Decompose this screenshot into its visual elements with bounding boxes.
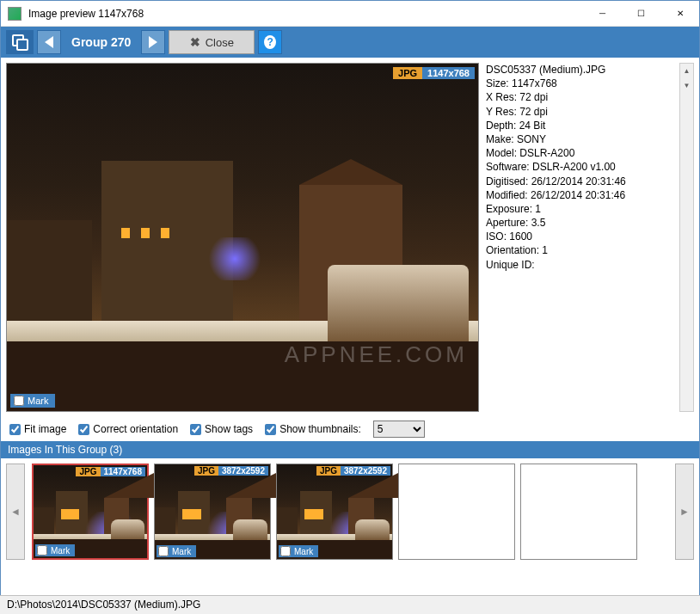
thumb-format-tag: JPG — [316, 466, 341, 476]
maximize-button[interactable]: ☐ — [622, 1, 660, 26]
toolbar: Group 270 ✖Close ? — [1, 27, 699, 58]
fit-image-label: Fit image — [24, 423, 66, 435]
show-thumbnails-label: Show thumbnails: — [279, 423, 361, 435]
close-button[interactable]: ✖Close — [169, 30, 255, 54]
window-title: Image preview 1147x768 — [28, 8, 583, 20]
thumbs-scroll-right[interactable]: ► — [675, 464, 694, 560]
show-tags-checkbox[interactable] — [190, 424, 201, 435]
show-thumbnails-option[interactable]: Show thumbnails: — [265, 423, 361, 435]
preview-panel: APPNEE.COM JPG 1147x768 Mark — [6, 63, 479, 412]
options-row: Fit image Correct orientation Show tags … — [1, 417, 699, 441]
meta-iso: ISO: 1600 — [486, 230, 670, 243]
scroll-up-icon[interactable]: ▲ — [680, 64, 693, 78]
thumb-mark-checkbox[interactable] — [280, 546, 291, 556]
thumbnail-item[interactable]: JPG3872x2592 Mark — [154, 464, 271, 560]
mark-label: Mark — [28, 396, 48, 406]
show-tags-option[interactable]: Show tags — [190, 423, 253, 435]
meta-yres: Y Res: 72 dpi — [486, 105, 670, 119]
fit-image-option[interactable]: Fit image — [9, 423, 66, 435]
format-tag: JPG — [393, 67, 422, 79]
close-label: Close — [206, 36, 234, 49]
thumb-dim-tag: 3872x2592 — [218, 466, 268, 476]
arrow-right-icon — [149, 36, 157, 48]
thumbnails-row: ◄ JPG1147x768 Mark JPG3872x2592 Mark JPG… — [1, 458, 699, 565]
thumb-mark-checkbox[interactable] — [37, 545, 47, 556]
thumb-mark-label: Mark — [51, 546, 70, 556]
thumbnail-empty — [398, 464, 515, 560]
help-button[interactable]: ? — [258, 30, 282, 54]
thumb-mark-toggle[interactable]: Mark — [279, 545, 318, 557]
thumb-mark-toggle[interactable]: Mark — [157, 545, 196, 557]
app-icon — [8, 7, 21, 21]
thumbnail-count-select[interactable]: 5 — [373, 421, 425, 438]
dimensions-tag: 1147x768 — [422, 67, 475, 79]
correct-orientation-option[interactable]: Correct orientation — [78, 423, 178, 435]
mark-checkbox[interactable] — [14, 396, 24, 406]
thumbnail-item[interactable]: JPG3872x2592 Mark — [276, 464, 393, 560]
thumbnail-empty — [520, 464, 637, 560]
meta-digitised: Digitised: 26/12/2014 20:31:46 — [486, 175, 670, 188]
thumb-format-tag: JPG — [76, 467, 100, 476]
group-header: Images In This Group (3) — [1, 441, 699, 458]
meta-model: Model: DSLR-A200 — [486, 146, 670, 160]
thumbnails-container: JPG1147x768 Mark JPG3872x2592 Mark JPG38… — [28, 464, 672, 560]
preview-tags: JPG 1147x768 — [393, 67, 475, 79]
titlebar: Image preview 1147x768 ─ ☐ ✕ — [1, 1, 699, 27]
show-thumbnails-checkbox[interactable] — [265, 424, 276, 435]
close-window-button[interactable]: ✕ — [660, 1, 699, 26]
meta-modified: Modified: 26/12/2014 20:31:46 — [486, 188, 670, 202]
thumbnail-item[interactable]: JPG1147x768 Mark — [32, 464, 149, 560]
minimize-button[interactable]: ─ — [583, 1, 622, 26]
thumb-mark-toggle[interactable]: Mark — [35, 544, 75, 556]
correct-orientation-label: Correct orientation — [93, 423, 178, 435]
mark-toggle[interactable]: Mark — [10, 394, 55, 408]
preview-image[interactable]: APPNEE.COM — [7, 64, 478, 411]
thumb-format-tag: JPG — [194, 466, 218, 476]
duplicate-icon — [12, 34, 28, 50]
fit-image-checkbox[interactable] — [9, 424, 21, 435]
correct-orientation-checkbox[interactable] — [78, 424, 89, 435]
next-button[interactable] — [141, 30, 165, 54]
thumb-mark-label: Mark — [294, 547, 313, 556]
main-area: APPNEE.COM JPG 1147x768 Mark DSC05337 (M… — [1, 58, 699, 417]
help-icon: ? — [264, 35, 276, 49]
meta-exposure: Exposure: 1 — [486, 202, 670, 216]
thumb-dim-tag: 1147x768 — [101, 467, 146, 476]
close-icon: ✖ — [190, 35, 200, 49]
arrow-left-icon — [45, 36, 53, 48]
metadata-panel: DSC05337 (Medium).JPG Size: 1147x768 X R… — [482, 63, 673, 412]
thumbs-scroll-left[interactable]: ◄ — [6, 464, 25, 560]
watermark: APPNEE.COM — [285, 341, 468, 368]
meta-uniqueid: Unique ID: — [486, 258, 670, 272]
thumb-mark-label: Mark — [172, 547, 191, 556]
status-path: D:\Photos\2014\DSC05337 (Medium).JPG — [7, 599, 200, 611]
prev-button[interactable] — [37, 30, 61, 54]
status-bar: D:\Photos\2014\DSC05337 (Medium).JPG — [0, 595, 700, 614]
meta-aperture: Aperture: 3.5 — [486, 216, 670, 230]
meta-software: Software: DSLR-A200 v1.00 — [486, 160, 670, 174]
meta-make: Make: SONY — [486, 132, 670, 146]
scroll-down-icon[interactable]: ▼ — [680, 78, 693, 93]
meta-depth: Depth: 24 Bit — [486, 119, 670, 132]
meta-filename: DSC05337 (Medium).JPG — [486, 63, 670, 77]
group-title: Group 270 — [64, 35, 138, 49]
duplicate-groups-button[interactable] — [6, 30, 34, 54]
thumb-mark-checkbox[interactable] — [158, 546, 169, 556]
meta-size: Size: 1147x768 — [486, 77, 670, 90]
metadata-scrollbar[interactable]: ▲ ▼ — [679, 63, 694, 412]
show-tags-label: Show tags — [205, 423, 253, 435]
thumb-dim-tag: 3872x2592 — [341, 466, 390, 476]
meta-xres: X Res: 72 dpi — [486, 90, 670, 104]
meta-orientation: Orientation: 1 — [486, 243, 670, 257]
